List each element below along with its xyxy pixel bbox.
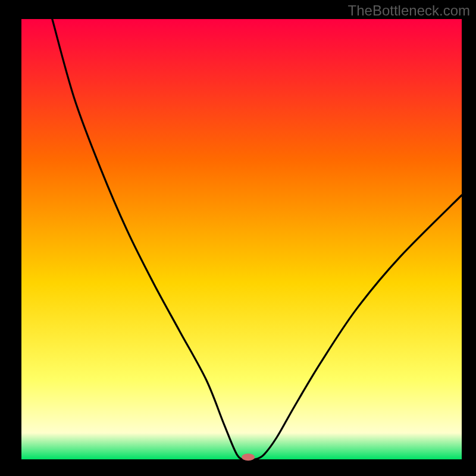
bottleneck-chart: TheBottleneck.com <box>0 0 476 476</box>
plot-background <box>21 19 462 459</box>
chart-svg <box>0 0 476 476</box>
watermark-label: TheBottleneck.com <box>348 2 470 19</box>
bottleneck-marker <box>242 453 255 461</box>
